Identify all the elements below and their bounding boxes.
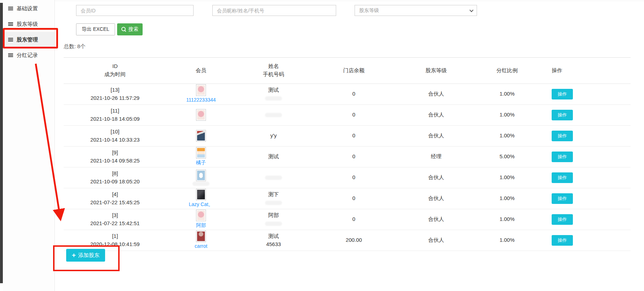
store-balance-cell: 0 [311,146,396,167]
level-select[interactable]: 股东等级 [355,5,477,16]
redacted-area [192,182,209,186]
action-cell: 操作 [538,209,631,230]
shareholder-id: [8] [64,170,166,178]
member-phone [236,94,311,102]
shareholder-table: ID 成为时间 会员 姓名 手机号码 门店余额 股东等级 分红比例 操作 [13… [64,57,631,251]
list-icon [8,53,13,54]
member-link[interactable]: Lazy Cat。 [189,201,213,208]
name-phone-cell: 测下 [236,188,311,209]
sidebar-item-label: 分红记录 [17,52,38,59]
member-name: y'y [236,132,311,140]
search-button[interactable]: 搜索 [117,23,143,35]
shareholder-level-cell: 合伙人 [396,230,476,251]
table-row: [10] 2021-10-14 10:33:23 y'y 0 合伙人 1.00%… [64,125,631,146]
dividend-ratio-cell: 1.00% [476,167,538,188]
sidebar-item-label: 股东等级 [17,21,38,28]
id-time-cell: [1] 2020-12-08 10:41:59 [64,230,166,251]
member-name: 阿部 [236,211,311,219]
page-top-divider [0,1,644,1]
redacted-area [265,222,282,226]
id-time-cell: [10] 2021-10-14 10:33:23 [64,125,166,146]
row-action-button[interactable]: 操作 [552,89,573,99]
sidebar-item[interactable]: 基础设置 [3,1,54,16]
member-link[interactable]: 11122233344 [186,96,216,104]
become-time: 2021-10-14 09:58:25 [64,157,166,165]
member-cell [166,167,236,188]
redacted-area [265,113,282,117]
export-excel-button[interactable]: 导出 EXCEL [76,23,115,35]
member-avatar [196,189,206,200]
sidebar-item[interactable]: 股东管理 [3,32,54,47]
row-action-button[interactable]: 操作 [552,172,573,183]
shareholder-level-cell: 合伙人 [396,188,476,209]
member-id-input[interactable] [76,5,194,16]
member-avatar [196,230,206,242]
member-cell-inner: 阿部 [166,210,236,229]
row-action-button[interactable]: 操作 [552,214,573,225]
id-time-cell: [4] 2021-07-22 15:45:25 [64,188,166,209]
header-shareholder-level: 股东等级 [396,58,476,84]
name-phone-cell: y'y [236,125,311,146]
shareholder-id: [4] [64,190,166,199]
member-link[interactable]: 橘子 [196,159,206,166]
member-cell [166,125,236,146]
row-action-button[interactable]: 操作 [552,193,573,204]
table-header-row: ID 成为时间 会员 姓名 手机号码 门店余额 股东等级 分红比例 操作 [64,58,631,84]
shareholder-id: [10] [64,128,166,136]
dividend-ratio-cell: 1.00% [476,84,538,104]
member-link[interactable]: 阿部 [196,222,206,229]
store-balance-cell: 200.00 [311,230,396,251]
search-button-label: 搜索 [128,26,138,33]
member-cell: 阿部 [166,209,236,230]
shareholder-id: [3] [64,211,166,219]
member-phone [236,199,311,207]
member-name: 测下 [236,190,311,199]
become-time: 2021-10-14 10:33:23 [64,136,166,144]
add-shareholder-label: 添加股东 [78,252,99,259]
member-cell [166,104,236,125]
dividend-ratio-cell: 1.00% [476,188,538,209]
sidebar-item-label: 股东管理 [17,36,38,43]
table-row: [1] 2020-12-08 10:41:59 carrot 测试 45633 … [64,230,631,251]
member-name: 测试 [236,232,311,240]
shareholder-id: [1] [64,232,166,240]
member-link[interactable]: carrot [195,242,207,250]
add-shareholder-button[interactable]: + 添加股东 [66,249,105,262]
member-avatar [196,130,206,142]
member-cell-inner: 11122233344 [166,84,236,104]
left-edge-strip [0,3,3,283]
table-row: [9] 2021-10-14 09:58:25 橘子 测试 0 经理 5.00%… [64,146,631,167]
action-cell: 操作 [538,146,631,167]
row-action-button[interactable]: 操作 [552,131,573,141]
member-avatar [196,109,206,121]
shareholder-level-cell: 合伙人 [396,209,476,230]
sidebar-item[interactable]: 股东等级 [3,16,54,32]
store-balance-cell: 0 [311,104,396,125]
keyword-input[interactable] [212,5,336,16]
action-cell: 操作 [538,167,631,188]
sidebar-item[interactable]: 分红记录 [3,47,54,63]
member-cell: 橘子 [166,146,236,167]
store-balance-cell: 0 [311,209,396,230]
row-action-button[interactable]: 操作 [552,110,573,120]
header-action: 操作 [538,58,631,84]
dividend-ratio-cell: 1.00% [476,125,538,146]
table-row: [11] 2021-10-18 14:05:09 0 合伙人 1.00% 操作 [64,104,631,125]
sidebar-item-label: 基础设置 [17,5,38,12]
redacted-area [265,176,282,180]
shareholder-level-cell: 经理 [396,146,476,167]
action-cell: 操作 [538,188,631,209]
table-row: [3] 2021-07-22 15:42:51 阿部 阿部 0 合伙人 1.00… [64,209,631,230]
redacted-area [265,201,282,205]
row-action-button[interactable]: 操作 [552,235,573,246]
member-phone: 45633 [236,240,311,249]
member-cell-inner: carrot [166,230,236,250]
header-id-time: ID 成为时间 [64,58,166,84]
row-action-button[interactable]: 操作 [552,152,573,162]
sidebar-menu: 基础设置 股东等级 股东管理 分红记录 [3,0,55,291]
store-balance-cell: 0 [311,84,396,104]
shareholder-level-cell: 合伙人 [396,84,476,104]
redacted-area [265,96,282,101]
action-cell: 操作 [538,104,631,125]
chevron-down-icon [470,8,473,12]
